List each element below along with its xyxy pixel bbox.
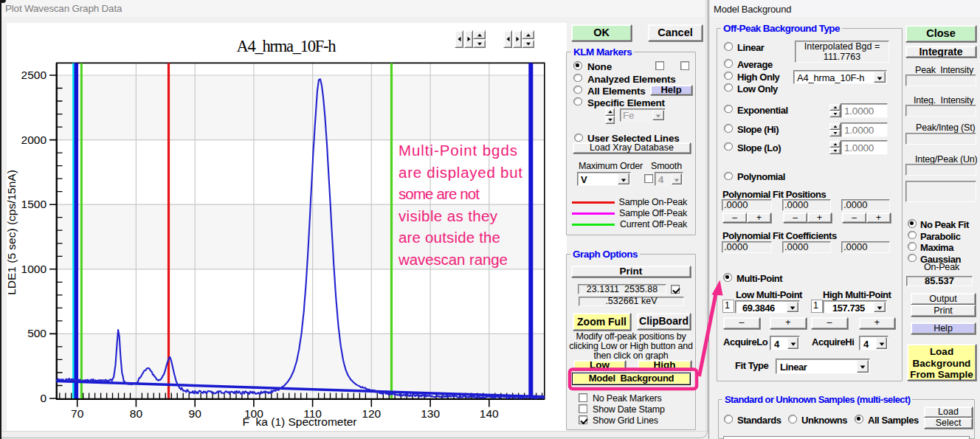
svg-text:500: 500 xyxy=(27,327,46,339)
svg-text:visible as they: visible as they xyxy=(398,207,498,224)
svg-text:90: 90 xyxy=(189,407,202,420)
svg-text:80: 80 xyxy=(130,407,143,420)
svg-text:wavescan range: wavescan range xyxy=(398,251,508,268)
svg-text:LDE1 (5 sec) (cps/15nA): LDE1 (5 sec) (cps/15nA) xyxy=(7,170,18,295)
svg-text:1500: 1500 xyxy=(21,198,47,210)
svg-text:140: 140 xyxy=(480,407,499,420)
svg-text:A4_hrma_10F-h: A4_hrma_10F-h xyxy=(237,37,337,55)
svg-text:1000: 1000 xyxy=(21,263,47,275)
svg-text:2000: 2000 xyxy=(21,134,47,146)
svg-text:some are not: some are not xyxy=(398,185,480,202)
svg-text:are outside the: are outside the xyxy=(398,229,500,246)
svg-text:2500: 2500 xyxy=(21,69,47,81)
svg-text:0: 0 xyxy=(40,392,46,404)
svg-text:F ka (1) Spectrometer: F ka (1) Spectrometer xyxy=(242,415,356,428)
svg-text:130: 130 xyxy=(421,407,440,420)
svg-text:120: 120 xyxy=(362,407,381,420)
svg-text:70: 70 xyxy=(71,407,84,420)
svg-text:are displayed but: are displayed but xyxy=(398,164,522,181)
svg-text:Multi-Point bgds: Multi-Point bgds xyxy=(398,142,517,159)
